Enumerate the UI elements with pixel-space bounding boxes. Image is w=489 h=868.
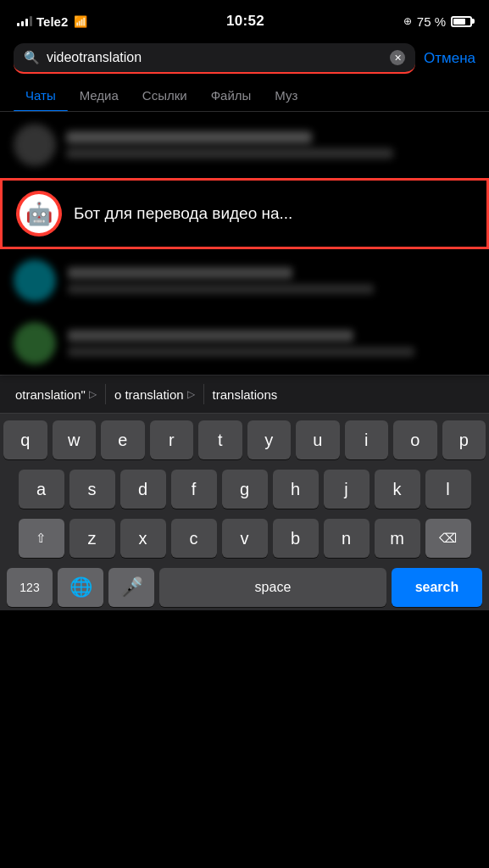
autocomplete-item-0[interactable]: otranslation" ▷ [7,387,105,402]
key-a[interactable]: a [19,470,64,509]
wifi-icon: 📶 [74,15,87,28]
key-y[interactable]: y [247,420,292,459]
key-z[interactable]: z [69,519,115,558]
cancel-button[interactable]: Отмена [424,50,475,67]
autocomplete-text-1: o translation [114,387,184,402]
keyboard-row-3: ⇧ z x c v b n m ⌫ [3,519,486,558]
keyboard: q w e r t y u i o p a s d f g h j k l ⇧ … [0,414,489,610]
shift-key[interactable]: ⇧ [19,519,64,558]
battery-percent: 75 % [417,14,446,29]
search-input[interactable] [47,50,383,65]
tabs-bar: Чаты Медиа Ссылки Файлы Муз [0,80,489,112]
signal-bars-icon [17,16,32,26]
autocomplete-text-0: otranslation" [15,387,86,402]
key-u[interactable]: u [296,420,340,459]
results-list: 🤖 Бот для перевода видео на... [0,112,489,375]
key-g[interactable]: g [222,470,268,509]
key-d[interactable]: d [120,470,166,509]
carrier-label: Tele2 [36,14,68,29]
autocomplete-text-2: translations [213,387,278,402]
gps-icon: ⊕ [403,15,412,27]
autocomplete-arrow-1: ▷ [187,388,195,400]
key-e[interactable]: e [101,420,145,459]
tab-chats[interactable]: Чаты [14,80,68,111]
key-h[interactable]: h [273,470,319,509]
autocomplete-arrow-0: ▷ [89,388,97,400]
status-right: ⊕ 75 % [403,14,472,29]
tab-files[interactable]: Файлы [199,80,264,111]
search-icon: 🔍 [24,50,40,65]
emoji-key[interactable]: 🌐 [58,568,103,607]
lower-results [0,249,489,375]
key-x[interactable]: x [120,519,166,558]
highlighted-result[interactable]: 🤖 Бот для перевода видео на... [0,178,489,249]
key-f[interactable]: f [171,470,217,509]
tab-links[interactable]: Ссылки [131,80,199,111]
key-j[interactable]: j [324,470,370,509]
bot-avatar: 🤖 [16,191,62,236]
status-left: Tele2 📶 [17,14,87,29]
search-bar: 🔍 ✕ Отмена [0,37,489,80]
key-c[interactable]: c [171,519,217,558]
key-n[interactable]: n [324,519,370,558]
key-v[interactable]: v [222,519,268,558]
clear-button[interactable]: ✕ [390,50,405,65]
bot-avatar-emoji: 🤖 [19,194,58,233]
key-w[interactable]: w [53,420,97,459]
key-i[interactable]: i [345,420,389,459]
search-key[interactable]: search [392,568,482,607]
status-time: 10:52 [226,13,264,30]
lower-result-2 [0,312,489,375]
blurred-result-top [0,112,489,178]
search-input-wrapper[interactable]: 🔍 ✕ [14,43,415,74]
mic-key[interactable]: 🎤 [108,568,154,607]
key-t[interactable]: t [198,420,242,459]
space-key[interactable]: space [159,568,386,607]
delete-key[interactable]: ⌫ [425,519,471,558]
key-o[interactable]: o [393,420,437,459]
tab-music[interactable]: Муз [263,80,309,111]
status-bar: Tele2 📶 10:52 ⊕ 75 % [0,0,489,37]
key-m[interactable]: m [375,519,420,558]
key-p[interactable]: p [442,420,486,459]
autocomplete-item-2[interactable]: translations [204,387,286,402]
key-q[interactable]: q [3,420,47,459]
key-s[interactable]: s [69,470,115,509]
autocomplete-bar: otranslation" ▷ o translation ▷ translat… [0,375,489,414]
key-l[interactable]: l [425,470,471,509]
tab-media[interactable]: Медиа [68,80,131,111]
battery-icon [451,16,472,27]
keyboard-row-1: q w e r t y u i o p [3,420,486,459]
keyboard-row-4: 123 🌐 🎤 space search [3,568,486,607]
key-k[interactable]: k [375,470,420,509]
lower-result-1 [0,249,489,312]
autocomplete-item-1[interactable]: o translation ▷ [106,387,203,402]
keyboard-row-2: a s d f g h j k l [3,470,486,509]
key-r[interactable]: r [150,420,194,459]
numbers-key[interactable]: 123 [7,568,53,607]
key-b[interactable]: b [273,519,319,558]
result-title: Бот для перевода видео на... [74,204,292,223]
